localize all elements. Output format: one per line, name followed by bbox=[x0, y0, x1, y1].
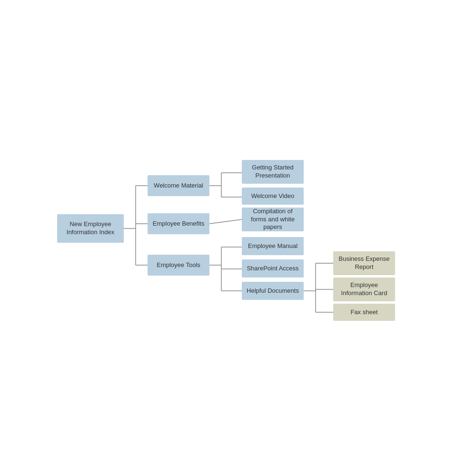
welcome-video-node: Welcome Video bbox=[242, 188, 304, 205]
helpful-documents-node: Helpful Documents bbox=[242, 282, 304, 300]
sharepoint-access-node: SharePoint Access bbox=[242, 259, 304, 278]
getting-started-node: Getting Started Presentation bbox=[242, 160, 304, 184]
compilation-node: Compilation of forms and white papers bbox=[242, 208, 304, 231]
welcome-material-node: Welcome Material bbox=[148, 175, 209, 196]
root-node: New Employee Information Index bbox=[57, 214, 124, 243]
employee-tools-node: Employee Tools bbox=[148, 255, 209, 276]
svg-line-9 bbox=[209, 219, 242, 224]
fax-sheet-node: Fax sheet bbox=[333, 304, 395, 321]
diagram-container: New Employee Information Index Welcome M… bbox=[0, 0, 476, 476]
employee-manual-node: Employee Manual bbox=[242, 237, 304, 255]
employee-benefits-node: Employee Benefits bbox=[148, 213, 209, 234]
business-expense-node: Business Expense Report bbox=[333, 251, 395, 275]
employee-info-card-node: Employee Information Card bbox=[333, 278, 395, 301]
